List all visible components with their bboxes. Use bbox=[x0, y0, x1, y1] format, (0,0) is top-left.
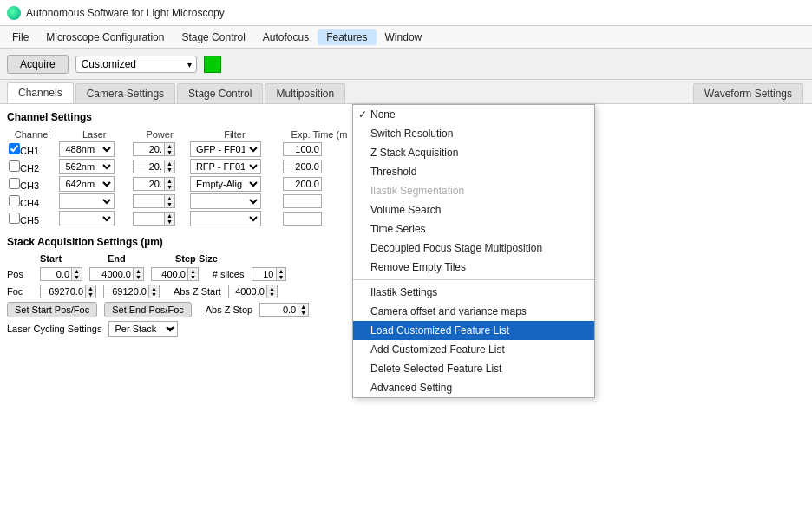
tab-camera-settings[interactable]: Camera Settings bbox=[75, 83, 175, 103]
foc-end-up[interactable]: ▲ bbox=[149, 285, 159, 291]
foc-start-up[interactable]: ▲ bbox=[86, 285, 95, 291]
slices-arrows[interactable]: ▲ ▼ bbox=[276, 267, 287, 281]
abs-z-stop-arrows[interactable]: ▲ ▼ bbox=[298, 303, 309, 317]
ch2-exp-input[interactable] bbox=[283, 160, 322, 173]
ch1-power-input[interactable] bbox=[133, 142, 164, 156]
ch4-checkbox[interactable] bbox=[9, 195, 20, 206]
ch4-filter-select[interactable] bbox=[190, 193, 261, 209]
features-menu-item-switch-res[interactable]: Switch Resolution bbox=[353, 124, 594, 143]
features-menu-item-none[interactable]: None bbox=[353, 105, 594, 124]
ch5-exp-input[interactable] bbox=[283, 212, 322, 226]
ch3-exp-input[interactable] bbox=[283, 177, 322, 191]
menu-file[interactable]: File bbox=[3, 29, 37, 45]
mode-dropdown[interactable]: CustomizedNoneStandard bbox=[75, 56, 197, 73]
ch5-laser-select[interactable] bbox=[59, 211, 115, 226]
foc-end-arrows[interactable]: ▲ ▼ bbox=[148, 285, 160, 298]
step-down[interactable]: ▼ bbox=[188, 274, 198, 280]
pos-end-down[interactable]: ▼ bbox=[134, 274, 143, 280]
features-menu-item-ilastik-seg[interactable]: Ilastik Segmentation bbox=[353, 181, 594, 200]
ch3-laser-select[interactable]: 642nm bbox=[59, 176, 115, 192]
pos-start-input[interactable] bbox=[40, 267, 71, 281]
pos-start-arrows[interactable]: ▲ ▼ bbox=[71, 267, 82, 281]
foc-end-input[interactable] bbox=[103, 285, 148, 298]
features-menu-item-decoupled[interactable]: Decoupled Focus Stage Multiposition bbox=[353, 239, 594, 258]
features-menu-item-load-customized[interactable]: Load Customized Feature List bbox=[353, 321, 594, 340]
ch1-checkbox[interactable] bbox=[9, 143, 20, 154]
pos-end-input[interactable] bbox=[89, 267, 133, 281]
tab-multiposition[interactable]: Multiposition bbox=[265, 83, 345, 103]
features-menu-item-add-customized[interactable]: Add Customized Feature List bbox=[353, 340, 594, 359]
ch5-power-arrows[interactable]: ▲▼ bbox=[164, 212, 175, 226]
ch5-checkbox[interactable] bbox=[9, 213, 20, 224]
acquire-button[interactable]: Acquire bbox=[7, 55, 69, 74]
foc-start-input[interactable] bbox=[40, 285, 85, 298]
abs-z-stop-up[interactable]: ▲ bbox=[298, 304, 308, 310]
slices-down[interactable]: ▼ bbox=[277, 274, 286, 280]
slices-up[interactable]: ▲ bbox=[277, 268, 286, 274]
ch3-power-input[interactable] bbox=[133, 177, 164, 191]
abs-z-start-arrows[interactable]: ▲ ▼ bbox=[266, 285, 278, 298]
ch5-filter-select[interactable] bbox=[190, 211, 261, 226]
up-arrow[interactable]: ▲ bbox=[165, 160, 174, 167]
step-arrows[interactable]: ▲ ▼ bbox=[187, 267, 199, 281]
set-start-pos-foc-button[interactable]: Set Start Pos/Foc bbox=[7, 302, 97, 317]
ch3-checkbox[interactable] bbox=[9, 178, 20, 189]
up-arrow[interactable]: ▲ bbox=[165, 178, 174, 184]
ch5-power-input[interactable] bbox=[133, 212, 164, 226]
foc-end-down[interactable]: ▼ bbox=[149, 291, 159, 298]
features-menu-item-threshold[interactable]: Threshold bbox=[353, 162, 594, 181]
tab-channels[interactable]: Channels bbox=[7, 82, 74, 103]
features-menu-item-volume-search[interactable]: Volume Search bbox=[353, 200, 594, 219]
tab-stage-control[interactable]: Stage Control bbox=[177, 83, 263, 103]
ch2-power-arrows[interactable]: ▲▼ bbox=[164, 160, 175, 173]
features-menu-item-advanced-setting[interactable]: Advanced Setting bbox=[353, 378, 594, 397]
ch2-filter-select[interactable]: RFP - FF01- bbox=[190, 159, 261, 174]
features-menu-item-remove-empty[interactable]: Remove Empty Tiles bbox=[353, 258, 594, 277]
features-menu-item-camera-offset[interactable]: Camera offset and variance maps bbox=[353, 302, 594, 321]
ch1-exp-input[interactable] bbox=[283, 142, 322, 156]
ch4-power-arrows[interactable]: ▲▼ bbox=[164, 194, 175, 208]
abs-z-start-up[interactable]: ▲ bbox=[267, 285, 277, 291]
ch2-checkbox[interactable] bbox=[9, 160, 20, 172]
ch4-laser-select[interactable] bbox=[59, 193, 115, 209]
pos-end-up[interactable]: ▲ bbox=[134, 268, 143, 274]
ch1-power-arrows[interactable]: ▲▼ bbox=[164, 142, 175, 156]
down-arrow[interactable]: ▼ bbox=[165, 149, 174, 155]
laser-cycling-dropdown[interactable]: Per Stack Per Slice bbox=[108, 321, 178, 337]
ch2-power-input[interactable] bbox=[133, 160, 164, 173]
pos-start-down[interactable]: ▼ bbox=[72, 274, 82, 280]
ch1-laser-select[interactable]: 488nm bbox=[59, 141, 115, 157]
up-arrow[interactable]: ▲ bbox=[165, 195, 174, 201]
menu-window[interactable]: Window bbox=[377, 29, 431, 45]
foc-start-down[interactable]: ▼ bbox=[86, 291, 95, 298]
features-menu-item-time-series[interactable]: Time Series bbox=[353, 219, 594, 239]
menu-features[interactable]: Features bbox=[318, 29, 376, 45]
menu-stage-control[interactable]: Stage Control bbox=[173, 29, 253, 45]
ch4-exp-input[interactable] bbox=[283, 194, 322, 208]
down-arrow[interactable]: ▼ bbox=[165, 219, 174, 225]
set-end-pos-foc-button[interactable]: Set End Pos/Foc bbox=[104, 302, 192, 317]
step-input[interactable] bbox=[151, 267, 187, 281]
foc-start-arrows[interactable]: ▲ ▼ bbox=[85, 285, 96, 298]
tab-waveform-settings[interactable]: Waveform Settings bbox=[693, 83, 803, 103]
step-up[interactable]: ▲ bbox=[188, 268, 198, 274]
ch3-power-arrows[interactable]: ▲▼ bbox=[164, 177, 175, 191]
ch1-filter-select[interactable]: GFP - FF01- bbox=[190, 141, 261, 157]
features-menu-item-z-stack[interactable]: Z Stack Acquisition bbox=[353, 143, 594, 162]
down-arrow[interactable]: ▼ bbox=[165, 167, 174, 173]
menu-autofocus[interactable]: Autofocus bbox=[254, 29, 318, 45]
up-arrow[interactable]: ▲ bbox=[165, 143, 174, 149]
ch3-filter-select[interactable]: Empty-Alig bbox=[190, 176, 261, 192]
abs-z-start-down[interactable]: ▼ bbox=[267, 291, 277, 298]
pos-start-up[interactable]: ▲ bbox=[72, 268, 82, 274]
features-menu-item-ilastik-settings[interactable]: Ilastik Settings bbox=[353, 283, 594, 302]
down-arrow[interactable]: ▼ bbox=[165, 184, 174, 190]
pos-end-arrows[interactable]: ▲ ▼ bbox=[133, 267, 144, 281]
ch2-laser-select[interactable]: 562nm bbox=[59, 159, 115, 174]
ch4-power-input[interactable] bbox=[133, 194, 164, 208]
abs-z-start-input[interactable] bbox=[228, 285, 266, 298]
features-menu-item-delete-feature[interactable]: Delete Selected Feature List bbox=[353, 359, 594, 378]
abs-z-stop-input[interactable] bbox=[259, 303, 298, 317]
abs-z-stop-down[interactable]: ▼ bbox=[298, 310, 308, 316]
down-arrow[interactable]: ▼ bbox=[165, 201, 174, 207]
